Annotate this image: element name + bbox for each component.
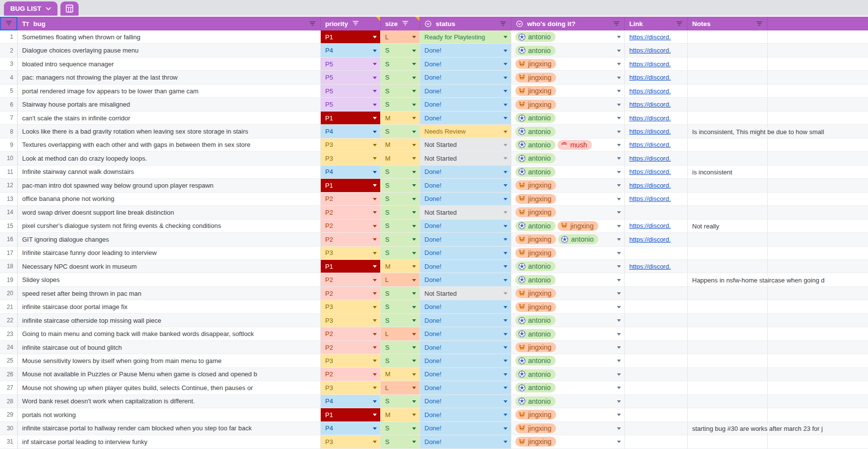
chevron-down-icon[interactable] <box>617 77 621 79</box>
notes-cell[interactable] <box>688 44 768 57</box>
notes-cell[interactable] <box>688 314 768 327</box>
chevron-down-icon[interactable] <box>412 279 416 281</box>
assignee-cell[interactable]: antonio <box>511 395 625 408</box>
priority-cell[interactable]: P3 <box>321 300 381 313</box>
status-cell[interactable]: Done! <box>420 314 511 327</box>
chevron-down-icon[interactable] <box>373 292 377 295</box>
assignee-cell[interactable]: antonio <box>511 112 625 125</box>
notes-cell[interactable] <box>688 84 768 98</box>
assignee-cell[interactable]: jingxing <box>511 247 625 260</box>
chevron-down-icon[interactable] <box>617 36 621 38</box>
filler-cell[interactable] <box>768 30 868 44</box>
filler-cell[interactable] <box>768 98 868 111</box>
link-cell[interactable]: https://discord. <box>625 57 688 71</box>
chevron-down-icon[interactable] <box>412 90 416 92</box>
chevron-down-icon[interactable] <box>412 117 416 119</box>
priority-cell[interactable]: P2 <box>321 327 381 340</box>
chevron-down-icon[interactable] <box>504 36 507 38</box>
discord-link[interactable]: https://discord. <box>629 195 671 202</box>
bug-cell[interactable]: bloated intro sequence manager <box>18 57 321 71</box>
assignee-cell[interactable]: jingxing <box>511 98 625 111</box>
chevron-down-icon[interactable] <box>504 104 507 106</box>
chevron-down-icon[interactable] <box>617 306 621 309</box>
chevron-down-icon[interactable] <box>412 171 416 173</box>
chevron-down-icon[interactable] <box>412 319 416 322</box>
chevron-down-icon[interactable] <box>412 414 416 416</box>
notes-cell[interactable] <box>688 368 768 381</box>
chevron-down-icon[interactable] <box>46 7 51 11</box>
status-cell[interactable]: Done! <box>420 408 511 421</box>
bug-cell[interactable]: Infinite stairway cannot walk downstairs <box>18 166 321 179</box>
chevron-down-icon[interactable] <box>504 346 507 349</box>
chevron-down-icon[interactable] <box>412 63 416 65</box>
chevron-down-icon[interactable] <box>504 144 507 146</box>
priority-cell[interactable]: P2 <box>321 206 381 219</box>
row-number[interactable]: 3 <box>0 57 18 71</box>
filter-icon[interactable] <box>675 20 683 27</box>
size-cell[interactable]: M <box>381 260 420 273</box>
chevron-down-icon[interactable] <box>412 292 416 295</box>
filler-cell[interactable] <box>768 179 868 192</box>
chevron-down-icon[interactable] <box>373 171 377 173</box>
chevron-down-icon[interactable] <box>373 387 377 389</box>
chevron-down-icon[interactable] <box>373 414 377 416</box>
bug-cell[interactable]: inifinite staircase otherside top missin… <box>18 314 321 327</box>
status-cell[interactable]: Done! <box>420 354 511 367</box>
discord-link[interactable]: https://discord. <box>629 155 671 162</box>
bug-cell[interactable]: Dialogue choices overlaying pause menu <box>18 44 321 57</box>
bug-cell[interactable]: office banana phone not working <box>18 193 321 206</box>
chevron-down-icon[interactable] <box>504 414 507 416</box>
discord-link[interactable]: https://discord. <box>629 33 671 41</box>
link-cell[interactable] <box>625 314 688 327</box>
row-number[interactable]: 31 <box>0 435 18 449</box>
row-number[interactable]: 26 <box>0 368 18 381</box>
bug-cell[interactable]: Textures overlapping with each other and… <box>18 139 321 152</box>
assignee-cell[interactable]: antonio <box>511 30 625 44</box>
notes-cell[interactable] <box>688 247 768 260</box>
status-cell[interactable]: Done! <box>420 435 511 449</box>
chevron-down-icon[interactable] <box>373 211 377 214</box>
chevron-down-icon[interactable] <box>504 333 507 336</box>
priority-cell[interactable]: P2 <box>321 287 381 300</box>
assignee-cell[interactable]: jingxing <box>511 341 625 354</box>
filter-icon[interactable] <box>352 20 360 28</box>
assignee-cell[interactable]: antonio <box>511 381 625 394</box>
chevron-down-icon[interactable] <box>504 279 507 281</box>
bug-cell[interactable]: Mouse sensitivity lowers by itself when … <box>18 354 321 367</box>
row-number[interactable]: 27 <box>0 381 18 394</box>
discord-link[interactable]: https://discord. <box>629 263 671 270</box>
assignee-cell[interactable]: jingxing <box>511 300 625 313</box>
size-cell[interactable]: S <box>381 220 420 233</box>
chevron-down-icon[interactable] <box>412 131 416 133</box>
chevron-down-icon[interactable] <box>617 292 621 295</box>
assignee-cell[interactable]: jingxing <box>511 84 625 98</box>
filler-cell[interactable] <box>768 260 868 273</box>
notes-cell[interactable] <box>688 139 768 152</box>
filler-cell[interactable] <box>768 408 868 421</box>
chevron-down-icon[interactable] <box>412 387 416 389</box>
column-header-priority[interactable]: priority <box>321 17 381 30</box>
notes-cell[interactable] <box>688 354 768 367</box>
notes-cell[interactable] <box>688 408 768 421</box>
chevron-down-icon[interactable] <box>504 77 507 79</box>
filler-cell[interactable] <box>768 112 868 125</box>
chevron-down-icon[interactable] <box>617 387 621 389</box>
notes-cell[interactable]: Happens in nsfw-home staircase when goin… <box>688 273 768 286</box>
chevron-down-icon[interactable] <box>412 306 416 309</box>
status-cell[interactable]: Not Started <box>420 152 511 165</box>
priority-cell[interactable]: P3 <box>321 139 381 152</box>
status-cell[interactable]: Done! <box>420 233 511 246</box>
discord-link[interactable]: https://discord. <box>629 74 671 81</box>
link-cell[interactable]: https://discord. <box>625 30 688 44</box>
bug-cell[interactable]: infinite staircase portal to hallway ren… <box>18 422 321 435</box>
priority-cell[interactable]: P1 <box>321 112 381 125</box>
bug-cell[interactable]: Mouse not available in Puzzles or Pause … <box>18 368 321 381</box>
chevron-down-icon[interactable] <box>504 198 507 200</box>
column-header-who[interactable]: who's doing it? <box>511 17 625 30</box>
notes-cell[interactable] <box>688 300 768 313</box>
link-cell[interactable]: https://discord. <box>625 71 688 84</box>
bug-cell[interactable]: Mouse not showing up when player quites … <box>18 381 321 394</box>
chevron-down-icon[interactable] <box>617 63 621 65</box>
row-number[interactable]: 21 <box>0 300 18 313</box>
link-cell[interactable] <box>625 395 688 408</box>
